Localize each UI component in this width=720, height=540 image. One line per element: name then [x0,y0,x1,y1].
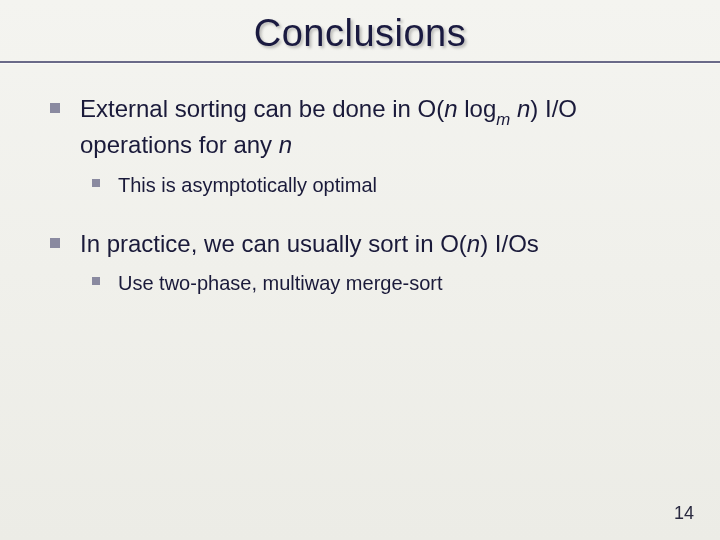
var-n: n [517,95,530,122]
subscript-m: m [496,110,510,129]
bullet-2-text: In practice, we can usually sort in O(n)… [80,228,539,260]
bullet-1: External sorting can be done in O(n logm… [50,93,670,162]
text-fragment: ) I/Os [480,230,539,257]
slide: Conclusions External sorting can be done… [0,0,720,540]
text-fragment: In practice, we can usually sort in O( [80,230,467,257]
square-bullet-icon [92,172,118,198]
var-n: n [444,95,457,122]
title-area: Conclusions [0,0,720,55]
page-number: 14 [674,503,694,524]
bullet-1-1: This is asymptotically optimal [92,172,670,198]
bullet-2-1: Use two-phase, multiway merge-sort [92,270,670,296]
var-n: n [467,230,480,257]
slide-body: External sorting can be done in O(n logm… [0,63,720,296]
bullet-2-1-text: Use two-phase, multiway merge-sort [118,270,443,296]
square-bullet-icon [50,93,80,162]
var-n: n [279,131,292,158]
square-bullet-icon [50,228,80,260]
bullet-1-text: External sorting can be done in O(n logm… [80,93,670,162]
text-fragment: External sorting can be done in O( [80,95,444,122]
text-fragment: log [458,95,497,122]
bullet-2: In practice, we can usually sort in O(n)… [50,228,670,260]
bullet-1-1-text: This is asymptotically optimal [118,172,377,198]
square-bullet-icon [92,270,118,296]
slide-title: Conclusions [254,12,467,55]
text-fragment [510,95,517,122]
